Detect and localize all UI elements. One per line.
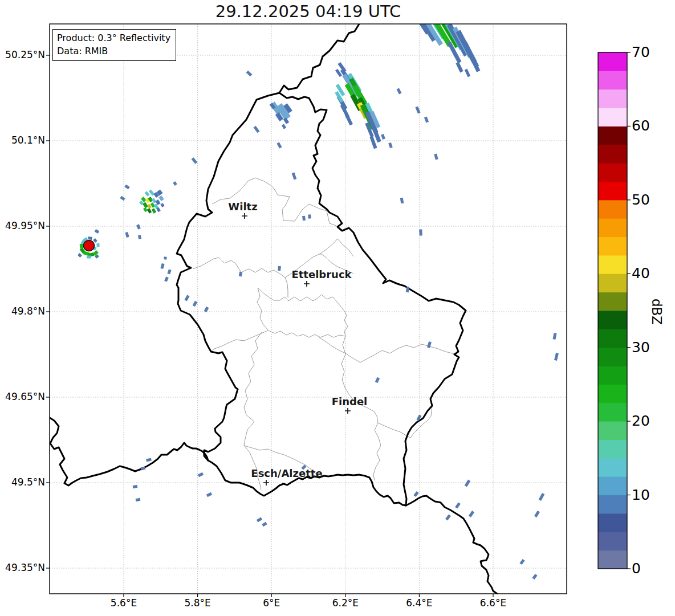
echo-dash	[239, 272, 242, 277]
echo-dash	[206, 492, 212, 497]
city-marker	[345, 408, 351, 414]
country-border	[406, 496, 497, 594]
colorbar-segment	[598, 311, 627, 329]
echo-dash	[184, 295, 189, 301]
canton-border	[257, 288, 348, 337]
canton-border	[378, 406, 432, 438]
echo-dash	[302, 216, 306, 221]
canton-border	[319, 337, 456, 362]
echo-dash	[381, 134, 385, 140]
echo-dash	[445, 515, 451, 521]
plot-group	[50, 19, 567, 594]
echo-dash	[120, 196, 125, 201]
colorbar-segment	[598, 495, 627, 513]
colorbar-segment	[598, 181, 627, 200]
echo-dash	[173, 181, 177, 186]
echo-cell	[335, 69, 342, 77]
colorbar-segment	[598, 329, 627, 348]
colorbar-segment	[598, 126, 627, 145]
x-tick-label: 5.8°E	[172, 597, 223, 609]
echo-dash	[125, 232, 129, 238]
colorbar-segment	[598, 347, 627, 366]
echo-cell	[469, 53, 481, 72]
x-tick-label: 6.4°E	[393, 597, 445, 609]
echo-cell	[144, 191, 149, 196]
echo-dash	[146, 458, 152, 462]
colorbar-segment	[598, 163, 627, 182]
echo-dash	[192, 157, 198, 164]
city-marker	[263, 480, 269, 486]
echo-dash	[519, 559, 524, 565]
echo-dash	[164, 276, 169, 282]
city-label: Esch/Alzette	[251, 467, 322, 479]
colorbar-tick-label: 40	[632, 265, 650, 282]
echo-dash	[424, 116, 429, 123]
echo-dash	[193, 301, 198, 307]
radar-site-marker	[84, 240, 95, 251]
y-tick-label: 49.65°N	[0, 391, 45, 402]
colorbar-tick-label: 10	[632, 487, 650, 503]
y-tick-label: 50.1°N	[0, 134, 45, 146]
echo-dash	[246, 71, 253, 76]
echo-dash	[204, 307, 209, 312]
echo-dash	[124, 185, 129, 190]
echo-dash	[167, 269, 171, 274]
echo-dash	[413, 491, 418, 497]
y-tick-label: 49.5°N	[0, 476, 45, 488]
echo-dash	[469, 511, 474, 517]
echo-dash	[534, 511, 540, 517]
y-tick-label: 49.95°N	[0, 220, 45, 231]
colorbar-segment	[598, 439, 627, 458]
echo-cell	[93, 238, 97, 243]
radar-figure: 29.12.2025 04:19 UTC Product: 0.3° Refle…	[0, 0, 675, 616]
country-border	[177, 93, 279, 460]
colorbar-segment	[598, 366, 627, 385]
echo-dash	[282, 124, 286, 129]
echo-dash	[415, 107, 420, 114]
echo-dash	[292, 173, 297, 180]
echo-cell	[456, 62, 463, 73]
plot-frame	[50, 24, 567, 594]
echo-dash	[254, 126, 260, 133]
echo-dash	[554, 353, 559, 361]
colorbar-segment	[598, 108, 627, 127]
colorbar-tick-label: 30	[632, 339, 650, 356]
echo-dash	[308, 214, 311, 219]
colorbar-segment	[598, 458, 627, 476]
echo-dash	[136, 224, 141, 229]
echo-dash	[397, 88, 402, 94]
echo-cell	[78, 253, 82, 258]
info-box-product: Product: 0.3° Reflectivity	[57, 31, 170, 44]
city-label: Findel	[332, 395, 368, 407]
echo-dash	[552, 333, 556, 340]
echo-cell	[143, 207, 148, 213]
city-marker	[242, 213, 247, 219]
echo-dash	[532, 574, 537, 580]
colorbar-segment	[598, 476, 627, 495]
colorbar-tick-label: 60	[632, 117, 650, 134]
colorbar-tick-label: 20	[632, 413, 650, 429]
canton-border	[244, 332, 262, 490]
canton-border	[285, 278, 288, 297]
colorbar-segment	[598, 71, 627, 89]
city-label: Ettelbruck	[291, 268, 351, 280]
colorbar-tick-label: 0	[632, 560, 641, 577]
colorbar-label: dBZ	[649, 299, 664, 325]
colorbar-segment	[598, 292, 627, 311]
info-box: Product: 0.3° Reflectivity Data: RMIB	[52, 29, 176, 61]
colorbar-segment	[598, 144, 627, 163]
echo-dash	[375, 377, 380, 383]
colorbar-tick-label: 50	[632, 191, 650, 208]
map-canvas	[0, 0, 675, 616]
colorbar-segment	[598, 218, 627, 237]
echo-dash	[400, 198, 404, 204]
echo-dash	[278, 266, 281, 271]
echo-dash	[136, 498, 141, 501]
colorbar-segment	[598, 255, 627, 274]
echo-cell	[152, 198, 157, 203]
x-tick-label: 6.2°E	[320, 597, 371, 609]
x-tick-label: 5.6°E	[98, 597, 149, 609]
echo-dash	[455, 502, 461, 508]
info-box-source: Data: RMIB	[57, 44, 170, 58]
echo-dash	[138, 235, 141, 239]
